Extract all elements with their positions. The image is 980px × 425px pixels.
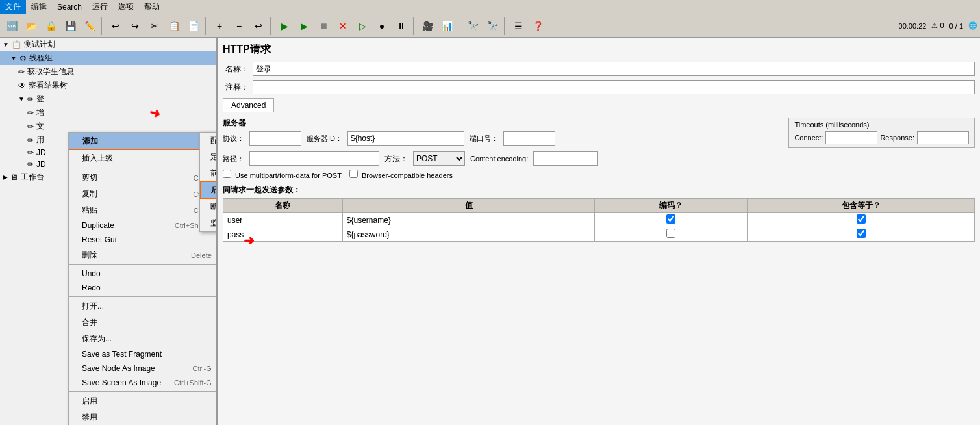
tree-item-wen[interactable]: ✏ 文: [0, 120, 216, 133]
encode-checkbox[interactable]: [666, 229, 675, 238]
list-button[interactable]: ☰: [509, 17, 527, 35]
ctx-redo[interactable]: Redo: [69, 281, 218, 295]
ctx-copy-label: 复制: [82, 188, 97, 200]
menu-options[interactable]: 选项: [113, 0, 139, 14]
template-button[interactable]: 🎥: [418, 17, 436, 35]
ctx-disable[interactable]: 禁用: [69, 409, 218, 425]
params-section: 同请求一起发送参数： 名称 值 编码？ 包含等于？ user ${usernam…: [223, 185, 975, 242]
paste-button[interactable]: 📄: [184, 17, 203, 35]
ctx-sep4: [69, 391, 218, 392]
protocol-label: 协议：: [223, 134, 244, 144]
method-row: 路径： 方法： POST GET Content encoding:: [223, 151, 975, 166]
tree-item-get-students[interactable]: ✏ 获取学生信息: [0, 65, 216, 79]
lock-button[interactable]: 🔒: [42, 17, 60, 35]
save-button[interactable]: 💾: [61, 17, 79, 35]
cut-button[interactable]: ✂: [145, 17, 164, 35]
sub1-timer[interactable]: 定时器 ▶: [200, 149, 218, 165]
ctx-open[interactable]: 打开...: [69, 298, 218, 315]
multipart-label[interactable]: Use multipart/form-data for POST: [223, 170, 342, 179]
ctx-sep1: [69, 168, 218, 168]
sub1-pre[interactable]: 前置处理器 ▶: [200, 165, 218, 181]
run-all-button[interactable]: ▶: [295, 17, 313, 35]
name-label: 名称：: [223, 64, 249, 75]
add-button[interactable]: +: [210, 17, 229, 35]
menu-run[interactable]: 运行: [87, 0, 113, 14]
ctx-redo-label: Redo: [82, 283, 101, 292]
tree-item-test-plan[interactable]: ▼ 📋 测试计划: [0, 38, 216, 51]
remote-stop-button[interactable]: ●: [373, 17, 391, 35]
ctx-save-node-image[interactable]: Save Node As Image Ctrl-G: [69, 361, 218, 376]
path-input[interactable]: [249, 151, 379, 166]
edit-button[interactable]: ✏️: [81, 17, 99, 35]
menu-file[interactable]: 文件: [0, 0, 26, 14]
comment-input[interactable]: [253, 80, 975, 94]
ctx-saveas-label: 保存为...: [82, 333, 112, 344]
remove-button[interactable]: −: [230, 17, 248, 35]
browser-compat-checkbox[interactable]: [349, 170, 358, 178]
port-input[interactable]: [503, 131, 555, 146]
method-select[interactable]: POST GET: [413, 151, 465, 166]
sub1-post[interactable]: 后置处理器 ▶: [200, 181, 218, 199]
ctx-duplicate[interactable]: Duplicate Ctrl+Shift-C: [69, 218, 218, 233]
protocol-input[interactable]: [249, 131, 301, 146]
menu-help[interactable]: 帮助: [139, 0, 165, 14]
tree-item-login[interactable]: ▼ ✏ 登: [0, 92, 216, 106]
serverid-input[interactable]: [347, 131, 464, 146]
ctx-delete[interactable]: 删除 Delete: [69, 247, 218, 263]
ctx-insert-parent[interactable]: 插入上级 ▶: [69, 150, 218, 166]
ctx-copy[interactable]: 复制 Ctrl-C: [69, 186, 218, 202]
binoculars2-button[interactable]: 🔭: [483, 17, 501, 35]
new-button[interactable]: 🆕: [3, 17, 21, 35]
binoculars-button[interactable]: 🔭: [464, 17, 482, 35]
menu-search[interactable]: Search: [52, 1, 87, 13]
ctx-paste[interactable]: 粘贴 Ctrl-V: [69, 202, 218, 218]
up-button[interactable]: ↩: [249, 17, 268, 35]
ctx-fragment-label: Save as Test Fragment: [82, 350, 162, 359]
ctx-merge[interactable]: 合并: [69, 315, 218, 331]
tab-advanced[interactable]: Advanced: [223, 98, 274, 112]
copy-button[interactable]: 📋: [165, 17, 183, 35]
ctx-reset-gui[interactable]: Reset Gui: [69, 233, 218, 247]
ctx-save-screen-image[interactable]: Save Screen As Image Ctrl+Shift-G: [69, 376, 218, 390]
separator2: [205, 17, 208, 35]
content-enc-input[interactable]: [533, 151, 598, 166]
name-input[interactable]: [253, 62, 975, 76]
include-checkbox[interactable]: [857, 214, 866, 224]
tree-item-view-results[interactable]: 👁 察看结果树: [0, 79, 216, 92]
open-button[interactable]: 📂: [22, 17, 40, 35]
menu-edit[interactable]: 编辑: [26, 0, 52, 14]
ctx-nodeimg-label: Save Node As Image: [82, 364, 155, 373]
sub1-config[interactable]: 配置元件 ▶: [200, 133, 218, 149]
ctx-delete-label: 删除: [82, 250, 97, 261]
encode-checkbox[interactable]: [666, 214, 675, 224]
run-button[interactable]: ▶: [275, 17, 294, 35]
ctx-cut[interactable]: 剪切 Ctrl-X: [69, 170, 218, 186]
browser-compat-label[interactable]: Browser-compatible headers: [349, 170, 453, 179]
sub1-listener[interactable]: 监听器 ▶: [200, 215, 218, 231]
response-input[interactable]: [917, 131, 969, 144]
aggregate-button[interactable]: 📊: [438, 17, 456, 35]
stop-button[interactable]: ⏹: [314, 17, 333, 35]
connect-input[interactable]: [825, 131, 877, 144]
undo-button[interactable]: ↩: [107, 17, 125, 35]
ctx-enable[interactable]: 启用: [69, 393, 218, 409]
tree-item-add[interactable]: ✏ 增: [0, 106, 216, 120]
ctx-add[interactable]: 添加 ▶: [69, 133, 218, 150]
submenu1: 配置元件 ▶ 定时器 ▶ 前置处理器 ▶ 后置处理器 ▶ 断言 ▶ 监听器 ▶: [199, 132, 218, 232]
ctx-sep2: [69, 264, 218, 265]
ctx-undo[interactable]: Undo: [69, 266, 218, 281]
param-encode-cell: [595, 213, 748, 227]
port-label: 端口号：: [470, 134, 498, 144]
help-icon-button[interactable]: ❓: [529, 17, 547, 35]
ctx-save-fragment[interactable]: Save as Test Fragment: [69, 347, 218, 361]
include-checkbox[interactable]: [857, 229, 866, 238]
multipart-checkbox[interactable]: [223, 170, 231, 178]
redo-button[interactable]: ↪: [126, 17, 144, 35]
stop-now-button[interactable]: ✕: [334, 17, 352, 35]
ctx-save-as[interactable]: 保存为...: [69, 331, 218, 347]
pause-button[interactable]: ⏸: [392, 17, 410, 35]
tree-item-thread-group[interactable]: ▼ ⚙ 线程组: [0, 51, 216, 65]
remote-start-button[interactable]: ▷: [353, 17, 371, 35]
sub1-assert[interactable]: 断言 ▶: [200, 199, 218, 215]
param-encode-cell: [595, 227, 748, 242]
